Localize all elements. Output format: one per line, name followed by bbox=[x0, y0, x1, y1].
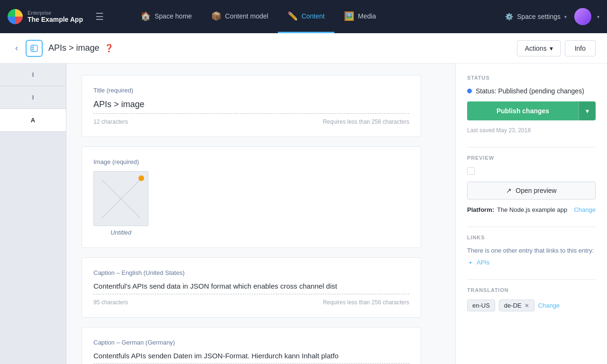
nav-item-space-home[interactable]: 🏠 Space home bbox=[131, 0, 202, 33]
left-sidebar: I I A bbox=[0, 64, 66, 364]
translation-tag-en-us[interactable]: en-US bbox=[467, 300, 495, 311]
nav-item-space-home-label: Space home bbox=[155, 12, 192, 20]
sidebar-tab-1-label: I bbox=[32, 71, 34, 78]
status-label: Status: bbox=[476, 87, 498, 95]
sidebar-tab-1[interactable]: I bbox=[0, 64, 66, 86]
sidebar-tab-2-label: I bbox=[32, 94, 34, 101]
sidebar-tab-3[interactable]: A bbox=[0, 109, 66, 132]
svg-rect-0 bbox=[31, 45, 37, 52]
image-thumb-wrap[interactable]: Untitled bbox=[93, 171, 148, 236]
platform-change-link[interactable]: Change bbox=[574, 206, 596, 213]
publish-button-label: Publish changes bbox=[497, 107, 549, 115]
title-field-label: Title (required) bbox=[93, 87, 409, 94]
main-layout: Title (required) APIs > image 12 charact… bbox=[0, 64, 607, 364]
link-item-apis[interactable]: APIs bbox=[477, 259, 596, 266]
image-thumbnail bbox=[93, 171, 148, 226]
divider-1 bbox=[467, 147, 596, 147]
avatar-chevron-icon: ▾ bbox=[597, 14, 599, 19]
nav-item-content[interactable]: ✏️ Content bbox=[278, 0, 334, 33]
content-model-icon: 📦 bbox=[211, 11, 221, 21]
publish-btn-group: Publish changes ▾ bbox=[467, 101, 596, 120]
avatar-image bbox=[574, 8, 591, 25]
hamburger-button[interactable]: ☰ bbox=[92, 9, 108, 24]
last-saved-text: Last saved May 23, 2018 bbox=[467, 127, 596, 134]
title-char-limit: Requires less than 256 characters bbox=[323, 118, 409, 125]
image-field-wrap: Untitled bbox=[93, 171, 409, 236]
space-settings-label: Space settings bbox=[517, 13, 561, 20]
publish-dropdown-icon: ▾ bbox=[586, 107, 589, 115]
help-icon[interactable]: ❓ bbox=[104, 44, 114, 53]
divider-3 bbox=[467, 279, 596, 280]
nav-right: ▾ bbox=[574, 8, 599, 25]
title-field-group: Title (required) APIs > image 12 charact… bbox=[82, 75, 421, 137]
translation-section: TRANSLATION en-US de-DE ✕ Change bbox=[467, 287, 596, 311]
caption-english-char-limit: Requires less than 256 characters bbox=[323, 299, 409, 306]
caption-english-field-group: Caption – English (United States) Conten… bbox=[82, 257, 421, 318]
platform-value: The Node.js example app bbox=[497, 206, 567, 213]
sidebar-tab-3-label: A bbox=[31, 117, 35, 124]
status-text: Status: Published (pending changes) bbox=[476, 87, 584, 95]
image-field-label: Image (required) bbox=[93, 158, 409, 165]
nav-item-media-label: Media bbox=[358, 12, 376, 20]
status-dot bbox=[467, 89, 472, 93]
brand: Enterprise The Example App ☰ bbox=[8, 9, 131, 24]
content-icon: ✏️ bbox=[287, 11, 298, 21]
caption-german-label: Caption – German (Germany) bbox=[93, 339, 409, 346]
status-row: Status: Published (pending changes) bbox=[467, 87, 596, 95]
translation-tags: en-US de-DE ✕ Change bbox=[467, 300, 596, 311]
links-description: There is one other entry that links to t… bbox=[467, 247, 596, 254]
header-action-buttons: Actions ▾ Info bbox=[517, 40, 596, 56]
chevron-down-icon: ▾ bbox=[564, 14, 567, 19]
nav-item-content-model[interactable]: 📦 Content model bbox=[202, 0, 278, 33]
open-preview-button[interactable]: ↗ Open preview bbox=[467, 182, 596, 200]
image-status-dot bbox=[138, 175, 144, 181]
preview-section: PREVIEW ↗ Open preview Platform: The Nod… bbox=[467, 155, 596, 213]
entry-header: ‹ APIs > image ❓ Actions ▾ Info bbox=[0, 33, 607, 64]
caption-german-field-group: Caption – German (Germany) Contentfuls A… bbox=[82, 327, 421, 364]
translation-tag-de-de-close-icon[interactable]: ✕ bbox=[524, 302, 529, 309]
translation-section-title: TRANSLATION bbox=[467, 287, 596, 293]
right-panel: STATUS Status: Published (pending change… bbox=[455, 64, 607, 364]
links-list: APIs bbox=[467, 259, 596, 266]
title-field-value[interactable]: APIs > image bbox=[93, 100, 409, 109]
image-caption: Untitled bbox=[93, 229, 148, 236]
brand-app-name: The Example App bbox=[28, 16, 83, 23]
brand-text: Enterprise The Example App bbox=[28, 10, 83, 23]
publish-button[interactable]: Publish changes bbox=[467, 101, 579, 120]
translation-change-link[interactable]: Change bbox=[538, 302, 560, 309]
image-field-group: Image (required) Untitled bbox=[82, 146, 421, 248]
title-field-meta: 12 characters Requires less than 256 cha… bbox=[93, 118, 409, 125]
publish-dropdown-button[interactable]: ▾ bbox=[579, 101, 596, 120]
platform-row: Platform: The Node.js example app Change bbox=[467, 206, 596, 213]
nav-item-content-label: Content bbox=[302, 12, 325, 20]
platform-label: Platform: bbox=[467, 206, 494, 213]
open-preview-label: Open preview bbox=[515, 187, 556, 194]
actions-button[interactable]: Actions ▾ bbox=[517, 40, 561, 56]
caption-german-value[interactable]: Contentfuls APIs senden Daten im JSON-Fo… bbox=[93, 352, 409, 360]
media-icon: 🖼️ bbox=[344, 11, 354, 21]
caption-english-value[interactable]: Contentful's APIs send data in JSON form… bbox=[93, 282, 409, 290]
preview-checkbox[interactable] bbox=[467, 167, 475, 175]
sidebar-tab-2[interactable]: I bbox=[0, 86, 66, 109]
translation-tag-de-de[interactable]: de-DE ✕ bbox=[499, 300, 534, 311]
links-section: LINKS There is one other entry that link… bbox=[467, 235, 596, 266]
form-area: Title (required) APIs > image 12 charact… bbox=[66, 64, 436, 364]
nav-item-content-model-label: Content model bbox=[225, 12, 268, 20]
status-value: Published (pending changes) bbox=[498, 87, 584, 95]
title-char-count: 12 characters bbox=[93, 118, 128, 125]
info-button[interactable]: Info bbox=[565, 40, 596, 56]
caption-english-meta: 95 characters Requires less than 256 cha… bbox=[93, 299, 409, 306]
gear-icon: ⚙️ bbox=[505, 13, 513, 20]
space-settings-nav-item[interactable]: ⚙️ Space settings ▾ bbox=[497, 0, 574, 33]
status-section-title: STATUS bbox=[467, 75, 596, 81]
caption-english-label: Caption – English (United States) bbox=[93, 269, 409, 276]
actions-label: Actions bbox=[525, 45, 547, 52]
nav-item-media[interactable]: 🖼️ Media bbox=[334, 0, 386, 33]
brand-logo bbox=[8, 9, 23, 24]
caption-english-char-count: 95 characters bbox=[93, 299, 128, 306]
back-button[interactable]: ‹ bbox=[11, 41, 22, 55]
caption-english-divider bbox=[93, 294, 409, 294]
avatar[interactable] bbox=[574, 8, 591, 25]
translation-tag-de-de-label: de-DE bbox=[504, 302, 522, 309]
title-field-divider bbox=[93, 113, 409, 114]
